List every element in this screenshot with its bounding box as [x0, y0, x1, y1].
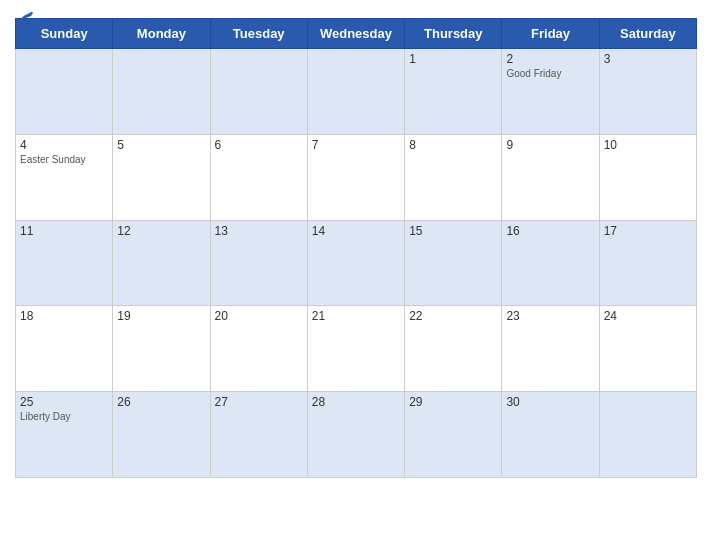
day-number: 15: [409, 224, 497, 238]
calendar-cell: 3: [599, 49, 696, 135]
day-number: 2: [506, 52, 594, 66]
calendar-cell: 25Liberty Day: [16, 392, 113, 478]
weekday-header: Thursday: [405, 19, 502, 49]
day-number: 1: [409, 52, 497, 66]
weekday-header: Tuesday: [210, 19, 307, 49]
day-number: 7: [312, 138, 400, 152]
day-number: 10: [604, 138, 692, 152]
calendar-cell: 17: [599, 220, 696, 306]
day-number: 16: [506, 224, 594, 238]
day-number: 4: [20, 138, 108, 152]
calendar-cell: 19: [113, 306, 210, 392]
holiday-name: Easter Sunday: [20, 154, 108, 165]
day-number: 27: [215, 395, 303, 409]
day-number: 8: [409, 138, 497, 152]
day-number: 6: [215, 138, 303, 152]
calendar-header-row: SundayMondayTuesdayWednesdayThursdayFrid…: [16, 19, 697, 49]
calendar-cell: 24: [599, 306, 696, 392]
day-number: 5: [117, 138, 205, 152]
logo-blue-text: [15, 10, 33, 24]
day-number: 17: [604, 224, 692, 238]
weekday-header: Saturday: [599, 19, 696, 49]
calendar-cell: 29: [405, 392, 502, 478]
day-number: 22: [409, 309, 497, 323]
holiday-name: Liberty Day: [20, 411, 108, 422]
day-number: 21: [312, 309, 400, 323]
calendar-cell: 18: [16, 306, 113, 392]
day-number: 13: [215, 224, 303, 238]
calendar-cell: 7: [307, 134, 404, 220]
calendar-cell: 11: [16, 220, 113, 306]
calendar-cell: 9: [502, 134, 599, 220]
calendar-cell: 10: [599, 134, 696, 220]
calendar-cell: 12: [113, 220, 210, 306]
weekday-header: Friday: [502, 19, 599, 49]
calendar-cell: [210, 49, 307, 135]
calendar-cell: 30: [502, 392, 599, 478]
day-number: 9: [506, 138, 594, 152]
day-number: 23: [506, 309, 594, 323]
calendar-body: 12Good Friday34Easter Sunday567891011121…: [16, 49, 697, 478]
day-number: 11: [20, 224, 108, 238]
calendar-cell: [113, 49, 210, 135]
day-number: 19: [117, 309, 205, 323]
calendar-table: SundayMondayTuesdayWednesdayThursdayFrid…: [15, 18, 697, 478]
logo: [15, 10, 33, 24]
day-number: 30: [506, 395, 594, 409]
calendar-container: SundayMondayTuesdayWednesdayThursdayFrid…: [0, 0, 712, 550]
logo-bird-icon: [17, 10, 33, 24]
day-number: 12: [117, 224, 205, 238]
day-number: 18: [20, 309, 108, 323]
calendar-cell: 2Good Friday: [502, 49, 599, 135]
weekday-header: Wednesday: [307, 19, 404, 49]
calendar-cell: 16: [502, 220, 599, 306]
calendar-cell: [599, 392, 696, 478]
day-number: 25: [20, 395, 108, 409]
calendar-cell: 13: [210, 220, 307, 306]
calendar-cell: 28: [307, 392, 404, 478]
calendar-cell: [16, 49, 113, 135]
calendar-cell: 4Easter Sunday: [16, 134, 113, 220]
calendar-cell: [307, 49, 404, 135]
calendar-cell: 22: [405, 306, 502, 392]
calendar-cell: 20: [210, 306, 307, 392]
day-number: 26: [117, 395, 205, 409]
calendar-cell: 21: [307, 306, 404, 392]
day-number: 3: [604, 52, 692, 66]
calendar-cell: 23: [502, 306, 599, 392]
calendar-cell: 5: [113, 134, 210, 220]
calendar-cell: 15: [405, 220, 502, 306]
day-number: 14: [312, 224, 400, 238]
day-number: 24: [604, 309, 692, 323]
calendar-cell: 14: [307, 220, 404, 306]
calendar-cell: 6: [210, 134, 307, 220]
day-number: 29: [409, 395, 497, 409]
calendar-cell: 1: [405, 49, 502, 135]
day-number: 20: [215, 309, 303, 323]
day-number: 28: [312, 395, 400, 409]
calendar-cell: 8: [405, 134, 502, 220]
weekday-header: Monday: [113, 19, 210, 49]
calendar-cell: 26: [113, 392, 210, 478]
calendar-cell: 27: [210, 392, 307, 478]
holiday-name: Good Friday: [506, 68, 594, 79]
